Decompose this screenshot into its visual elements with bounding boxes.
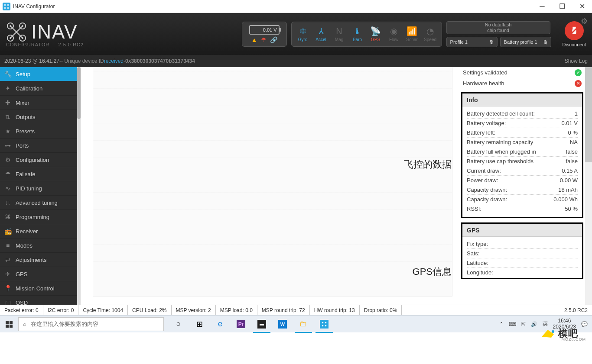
sidebar-item-label: Configuration	[16, 157, 49, 163]
sidebar-item-programming[interactable]: ⌘Programming	[0, 210, 77, 224]
sidebar-item-mission-control[interactable]: 📍Mission Control	[0, 281, 77, 296]
main-scrollbar[interactable]	[585, 67, 592, 305]
sidebar-icon: ∿	[4, 185, 11, 192]
sensor-label: Mag	[335, 37, 343, 42]
search-placeholder: 在这里输入你要搜索的内容	[31, 320, 98, 328]
info-key: RSSI:	[467, 206, 481, 212]
wps-icon[interactable]: W	[272, 316, 293, 333]
sidebar-item-modes[interactable]: ≡Modes	[0, 238, 77, 253]
sensor-gyro[interactable]: ⚛Gyro	[294, 26, 312, 42]
sidebar-icon: ⇅	[4, 113, 11, 120]
disconnect-label: Disconnect	[563, 42, 586, 47]
svg-point-23	[325, 322, 327, 323]
sidebar-item-label: GPS	[16, 271, 27, 277]
gps-row: Sats:	[467, 249, 578, 258]
svg-point-1	[7, 4, 9, 6]
sidebar-item-presets[interactable]: ★Presets	[0, 124, 77, 139]
sensor-accel[interactable]: ⅄Accel	[312, 26, 330, 42]
cortana-icon[interactable]: ○	[168, 316, 189, 333]
info-row: Power draw:0.00 W	[467, 176, 578, 185]
sidebar-item-pid-tuning[interactable]: ∿PID tuning	[0, 181, 77, 196]
show-log-button[interactable]: Show Log	[565, 58, 588, 64]
sidebar-icon: ⎍	[4, 199, 11, 206]
sidebar-icon: ⊶	[4, 142, 11, 149]
sensor-gps[interactable]: 📡GPS	[367, 26, 384, 42]
sidebar-item-ports[interactable]: ⊶Ports	[0, 139, 77, 153]
info-panel: Info Battery detected cell count:1Batter…	[461, 92, 583, 218]
sidebar-item-mixer[interactable]: ✚Mixer	[0, 96, 77, 110]
logo-subtitle-right: 2.5.0 RC2	[59, 42, 84, 47]
sidebar-item-configuration[interactable]: ⚙Configuration	[0, 153, 77, 167]
tray-wifi-icon[interactable]: ⇱	[521, 321, 526, 327]
info-key: Power draw:	[467, 177, 498, 184]
sensor-sonar[interactable]: 📶Sonar	[403, 26, 421, 42]
svg-point-0	[4, 4, 6, 6]
sensor-mag[interactable]: NMag	[331, 26, 348, 42]
sidebar-icon: 📻	[4, 228, 11, 235]
annotation-gps-info: GPS信息	[413, 265, 452, 278]
sensor-label: Accel	[316, 37, 326, 42]
sensor-baro[interactable]: 🌡Baro	[349, 26, 366, 42]
sidebar-icon: ★	[4, 128, 11, 135]
battery-voltage-text: 0.01 V	[263, 27, 277, 32]
sensor-flow[interactable]: ◉Flow	[385, 26, 403, 42]
watermark-subtext: MOZ8.COM	[562, 337, 586, 341]
inav-taskbar-icon[interactable]	[314, 316, 335, 333]
sidebar-item-label: PID tuning	[16, 185, 42, 192]
explorer-icon[interactable]: 🗀	[293, 316, 314, 333]
app-logo: INAV CONFIGURATOR 2.5.0 RC2	[6, 21, 84, 47]
window-minimize-button[interactable]: ─	[532, 0, 552, 13]
sidebar-item-label: Mission Control	[16, 285, 55, 292]
sidebar-item-label: Calibration	[16, 85, 42, 92]
app-icon-1[interactable]: ▬	[251, 316, 272, 333]
windows-taskbar: ⌕ 在这里输入你要搜索的内容 ○ ⊞ e Pr ▬ W 🗀 ⌃ ⌨ ⇱ 🔊 英 …	[0, 315, 592, 332]
sidebar-item-calibration[interactable]: ✦Calibration	[0, 81, 77, 96]
window-close-button[interactable]: ✕	[572, 0, 592, 13]
statusbar-cell: MSP version: 2	[172, 305, 216, 315]
drone-logo-icon	[6, 22, 27, 42]
edge-icon[interactable]: e	[210, 316, 231, 333]
sidebar-scrollbar[interactable]	[77, 67, 81, 305]
tray-keyboard-icon[interactable]: ⌨	[509, 321, 516, 327]
sidebar-item-setup[interactable]: 🔧Setup	[0, 67, 77, 81]
sidebar-icon: 📍	[4, 285, 11, 292]
premiere-icon[interactable]: Pr	[231, 316, 251, 333]
statusbar-cell: Cycle Time: 1004	[78, 305, 128, 315]
tray-chevron-icon[interactable]: ⌃	[499, 321, 504, 327]
info-row: Battery full when plugged infalse	[467, 147, 578, 157]
sidebar-item-gps[interactable]: ✈GPS	[0, 267, 77, 281]
dataflash-status[interactable]: No dataflash chip found	[446, 21, 550, 34]
sidebar-item-label: Modes	[16, 242, 33, 249]
profile-select[interactable]: Profile 1 ⧎	[446, 37, 498, 47]
info-row: Capacity drawn:18 mAh	[467, 185, 578, 195]
statusbar-cell: MSP round trip: 72	[257, 305, 310, 315]
version-label: 2.5.0 RC2	[560, 307, 592, 313]
sidebar-icon: ☂	[4, 171, 11, 177]
sidebar-item-outputs[interactable]: ⇅Outputs	[0, 110, 77, 124]
settings-gear-icon[interactable]: ⚙	[581, 16, 588, 26]
task-view-icon[interactable]: ⊞	[189, 316, 210, 333]
sensor-label: Sonar	[406, 37, 418, 42]
sidebar-item-adjustments[interactable]: ⇄Adjustments	[0, 253, 77, 267]
log-timestamp: 2020-06-23 @ 16:41:27	[4, 58, 59, 64]
sidebar-item-label: Failsafe	[16, 171, 36, 177]
battery-profile-select[interactable]: Battery profile 1 ⧎	[500, 37, 551, 47]
sensor-label: Flow	[389, 37, 398, 42]
sidebar-item-advanced-tuning[interactable]: ⎍Advanced tuning	[0, 196, 77, 210]
main-content: 飞控的数据 GPS信息 Settings validated✓Hardware …	[81, 67, 592, 305]
info-key: Battery use cap thresholds	[467, 158, 533, 164]
statusbar-cell: Drop ratio: 0%	[360, 305, 402, 315]
status-label: Hardware health	[463, 80, 504, 87]
info-row: Battery left:0 %	[467, 128, 578, 138]
sidebar-item-receiver[interactable]: 📻Receiver	[0, 224, 77, 238]
sidebar-item-failsafe[interactable]: ☂Failsafe	[0, 167, 77, 181]
taskbar-search[interactable]: ⌕ 在这里输入你要搜索的内容	[18, 317, 164, 331]
sidebar: 🔧Setup✦Calibration✚Mixer⇅Outputs★Presets…	[0, 67, 81, 305]
window-maximize-button[interactable]: ☐	[552, 0, 572, 13]
start-button[interactable]	[0, 316, 18, 333]
info-value: false	[566, 148, 578, 155]
sidebar-item-label: Programming	[16, 214, 49, 220]
log-received: received	[104, 58, 124, 64]
sidebar-item-osd[interactable]: ▢OSD	[0, 296, 77, 305]
sensor-speed[interactable]: ◔Speed	[422, 26, 439, 42]
